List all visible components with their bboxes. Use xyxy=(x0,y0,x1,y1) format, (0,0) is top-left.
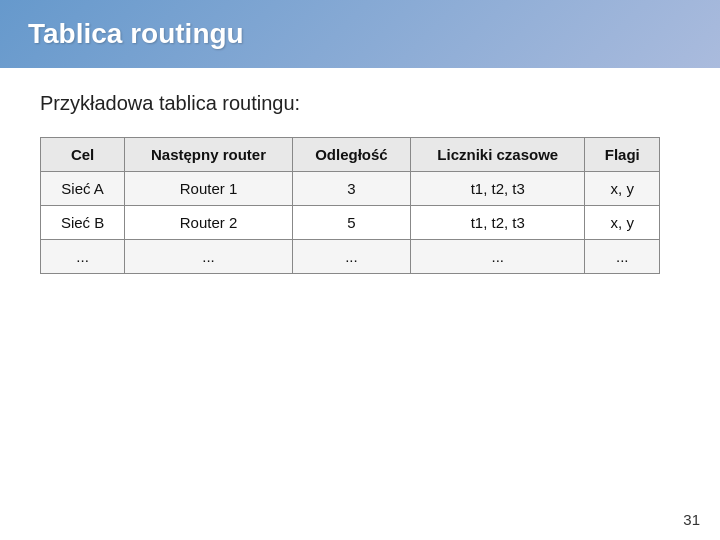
page-number: 31 xyxy=(683,511,700,528)
col-header-liczniki: Liczniki czasowe xyxy=(411,138,585,172)
table-cell: 5 xyxy=(292,206,410,240)
table-cell: Sieć A xyxy=(41,172,125,206)
table-cell: ... xyxy=(411,240,585,274)
table-cell: ... xyxy=(292,240,410,274)
page-title: Tablica routingu xyxy=(28,18,244,49)
table-row: Sieć BRouter 25t1, t2, t3x, y xyxy=(41,206,660,240)
table-cell: x, y xyxy=(585,172,660,206)
table-cell: ... xyxy=(125,240,293,274)
header: Tablica routingu xyxy=(0,0,720,68)
table-row: ............... xyxy=(41,240,660,274)
content-area: Przykładowa tablica routingu: Cel Następ… xyxy=(0,92,720,274)
table-cell: ... xyxy=(585,240,660,274)
col-header-odleglosc: Odległość xyxy=(292,138,410,172)
table-cell: t1, t2, t3 xyxy=(411,206,585,240)
table-cell: Sieć B xyxy=(41,206,125,240)
col-header-cel: Cel xyxy=(41,138,125,172)
col-header-flagi: Flagi xyxy=(585,138,660,172)
col-header-router: Następny router xyxy=(125,138,293,172)
routing-table: Cel Następny router Odległość Liczniki c… xyxy=(40,137,660,274)
table-cell: t1, t2, t3 xyxy=(411,172,585,206)
table-cell: 3 xyxy=(292,172,410,206)
table-cell: x, y xyxy=(585,206,660,240)
table-row: Sieć ARouter 13t1, t2, t3x, y xyxy=(41,172,660,206)
subtitle: Przykładowa tablica routingu: xyxy=(40,92,680,115)
table-cell: Router 1 xyxy=(125,172,293,206)
table-cell: Router 2 xyxy=(125,206,293,240)
table-header-row: Cel Następny router Odległość Liczniki c… xyxy=(41,138,660,172)
table-cell: ... xyxy=(41,240,125,274)
